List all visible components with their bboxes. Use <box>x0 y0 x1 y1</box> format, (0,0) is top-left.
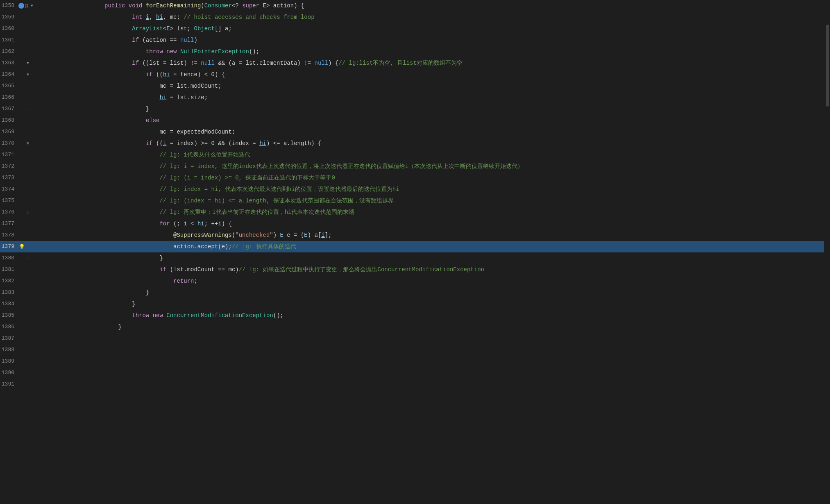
fold-1363[interactable]: ▼ <box>25 60 31 66</box>
line-gutter-1386: 1386 <box>0 321 63 333</box>
line-number-1383: 1383 <box>0 287 18 298</box>
line-content-empty-4 <box>63 367 824 379</box>
line-number-1360: 1360 <box>0 23 18 34</box>
line-number-1368: 1368 <box>0 115 18 126</box>
line-number-1378: 1378 <box>0 229 18 241</box>
line-gutter-1362: 1362 <box>0 46 63 57</box>
fold-1370[interactable]: ▼ <box>25 141 31 146</box>
line-gutter-empty-5: 1391 <box>0 379 63 390</box>
line-content-empty-2 <box>63 344 824 356</box>
line-gutter-1364: 1364 ▼ <box>0 69 63 80</box>
editor-container: 1358 @ ▼ public void forEachRemaining(Co… <box>0 0 830 504</box>
line-number-1375: 1375 <box>0 195 18 207</box>
code-line-empty-1: 1387 <box>0 333 824 344</box>
line-gutter-1375: 1375 <box>0 195 63 207</box>
fold-1367[interactable]: □ <box>25 106 31 112</box>
line-gutter-1361: 1361 <box>0 34 63 46</box>
line-number-1358: 1358 <box>0 0 18 11</box>
line-number-1381: 1381 <box>0 264 18 275</box>
line-number-1359: 1359 <box>0 11 18 23</box>
code-line-empty-4: 1390 <box>0 367 824 379</box>
line-gutter-1383: 1383 <box>0 287 63 298</box>
line-gutter-1380: 1380 □ <box>0 252 63 264</box>
fold-1364[interactable]: ▼ <box>25 72 31 77</box>
line-number-1379: 1379 <box>0 241 18 252</box>
line-number-1371: 1371 <box>0 149 18 161</box>
line-number-empty-4: 1390 <box>0 367 18 379</box>
line-number-1361: 1361 <box>0 34 18 46</box>
line-gutter-1379: 1379 💡 <box>0 241 63 252</box>
line-number-1364: 1364 <box>0 69 18 80</box>
code-area: 1358 @ ▼ public void forEachRemaining(Co… <box>0 0 830 504</box>
line-gutter-empty-1: 1387 <box>0 333 63 344</box>
line-number-1382: 1382 <box>0 275 18 287</box>
line-gutter-1385: 1385 <box>0 310 63 321</box>
fold-1376[interactable]: □ <box>25 209 31 215</box>
line-gutter-empty-4: 1390 <box>0 367 63 379</box>
code-line-1386: 1386 } <box>0 321 824 333</box>
code-line-empty-3: 1389 <box>0 356 824 367</box>
vertical-scrollbar[interactable] <box>824 0 830 504</box>
scrollbar-thumb[interactable] <box>826 25 829 107</box>
line-number-1374: 1374 <box>0 184 18 195</box>
line-gutter-1372: 1372 <box>0 161 63 172</box>
line-number-1366: 1366 <box>0 92 18 103</box>
line-gutter-1374: 1374 <box>0 184 63 195</box>
line-gutter-1360: 1360 <box>0 23 63 34</box>
line-gutter-1384: 1384 <box>0 298 63 310</box>
line-number-1370: 1370 <box>0 138 18 149</box>
line-gutter-1365: 1365 <box>0 80 63 92</box>
line-gutter-empty-3: 1389 <box>0 356 63 367</box>
line-number-1372: 1372 <box>0 161 18 172</box>
line-number-1367: 1367 <box>0 103 18 115</box>
line-content-empty-1 <box>63 333 824 344</box>
line-gutter-empty-2: 1388 <box>0 344 63 356</box>
line-gutter-1373: 1373 <box>0 172 63 184</box>
line-number-1386: 1386 <box>0 321 18 333</box>
fold-1358[interactable]: ▼ <box>29 3 35 9</box>
line-gutter-1369: 1369 <box>0 126 63 138</box>
line-number-1380: 1380 <box>0 252 18 264</box>
line-gutter-1359: 1359 <box>0 11 63 23</box>
line-number-1362: 1362 <box>0 46 18 57</box>
at-icon-1358: @ <box>25 3 28 9</box>
line-gutter-1358: 1358 @ ▼ <box>0 0 63 11</box>
line-content-empty-3 <box>63 356 824 367</box>
line-gutter-1371: 1371 <box>0 149 63 161</box>
line-number-empty-3: 1389 <box>0 356 18 367</box>
line-number-1376: 1376 <box>0 207 18 218</box>
annotation-yellow-1379: 💡 <box>18 243 25 250</box>
line-number-1373: 1373 <box>0 172 18 184</box>
code-line-empty-5: 1391 <box>0 379 824 390</box>
line-number-1377: 1377 <box>0 218 18 229</box>
line-number-empty-1: 1387 <box>0 333 18 344</box>
line-gutter-1368: 1368 <box>0 115 63 126</box>
line-gutter-1363: 1363 ▼ <box>0 57 63 69</box>
line-gutter-1367: 1367 □ <box>0 103 63 115</box>
line-gutter-1382: 1382 <box>0 275 63 287</box>
line-number-1385: 1385 <box>0 310 18 321</box>
line-number-1363: 1363 <box>0 57 18 69</box>
line-number-1384: 1384 <box>0 298 18 310</box>
line-gutter-1366: 1366 <box>0 92 63 103</box>
breakpoint-1358[interactable] <box>18 3 24 9</box>
line-number-1365: 1365 <box>0 80 18 92</box>
code-line-empty-2: 1388 <box>0 344 824 356</box>
line-gutter-1370: 1370 ▼ <box>0 138 63 149</box>
line-gutter-1378: 1378 <box>0 229 63 241</box>
line-gutter-1376: 1376 □ <box>0 207 63 218</box>
line-number-1369: 1369 <box>0 126 18 138</box>
line-gutter-1381: 1381 <box>0 264 63 275</box>
line-content-empty-5 <box>63 379 824 390</box>
line-number-empty-2: 1388 <box>0 344 18 356</box>
line-number-empty-5: 1391 <box>0 379 18 390</box>
line-gutter-1377: 1377 <box>0 218 63 229</box>
fold-1380[interactable]: □ <box>25 255 31 261</box>
